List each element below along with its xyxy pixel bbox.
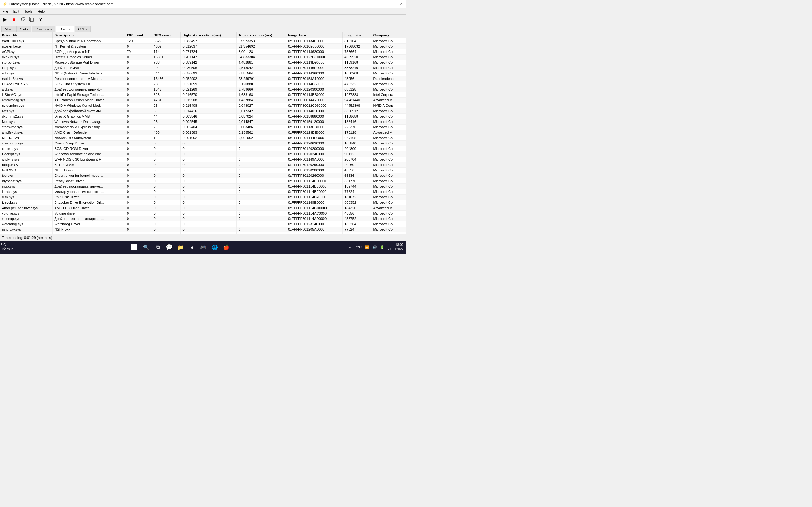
stop-button[interactable]: ■ bbox=[10, 15, 18, 23]
table-cell: wfplwfs.sys bbox=[0, 157, 52, 162]
search-taskbar-button[interactable]: 🔍 bbox=[142, 243, 151, 251]
table-row[interactable]: stornvme.sysMicrosoft NVM Express Storp.… bbox=[0, 124, 406, 130]
table-cell: Драйвер поставщика множе... bbox=[52, 184, 125, 189]
table-row[interactable]: cdrom.sysSCSI CD-ROM Driver00000xFFFFF80… bbox=[0, 146, 406, 152]
menu-help[interactable]: Help bbox=[36, 9, 46, 13]
table-row[interactable]: Beep.SYSBEEP Driver00000xFFFFF8012029000… bbox=[0, 162, 406, 168]
table-cell: nsiproxy.sys bbox=[0, 227, 52, 232]
table-row[interactable]: tbs.sysExport driver for kernel mode ...… bbox=[0, 173, 406, 178]
col-highest-exec[interactable]: Highest execution (ms) bbox=[181, 32, 236, 38]
table-row[interactable]: afd.sysДрайвер дополнительных фу...01543… bbox=[0, 87, 406, 92]
table-row[interactable]: volume.sysVolume driver00000xFFFFF801114… bbox=[0, 211, 406, 216]
table-cell: 12959 bbox=[125, 38, 152, 44]
col-isr-count[interactable]: ISR count bbox=[125, 32, 152, 38]
table-cell: 44 bbox=[152, 114, 181, 119]
window-title: LatencyMon (Home Edition ) v7.20 - https… bbox=[9, 2, 113, 6]
table-row[interactable]: crashdmp.sysCrash Dump Driver00000xFFFFF… bbox=[0, 141, 406, 146]
table-cell: 0xFFFFF801114BB0000 bbox=[286, 184, 343, 189]
table-row[interactable]: Null.SYSNULL Driver00000xFFFFF8012028000… bbox=[0, 168, 406, 173]
table-row[interactable]: watchdog.sysWatchdog Driver00000xFFFFF80… bbox=[0, 222, 406, 227]
table-row[interactable]: NETIO.SYSNetwork I/O Subsystem010,001052… bbox=[0, 135, 406, 141]
table-cell: 0 bbox=[152, 162, 181, 168]
tab-main[interactable]: Main bbox=[1, 26, 16, 32]
table-row[interactable]: filecrypt.sysWindows sandboxing and enc.… bbox=[0, 152, 406, 157]
table-row[interactable]: Ndu.sysWindows Network Data Usag...0250,… bbox=[0, 119, 406, 124]
minimize-button[interactable]: — bbox=[388, 2, 392, 6]
tab-drivers[interactable]: Drivers bbox=[56, 26, 74, 32]
table-cell: ACPI драйвер для NT bbox=[52, 49, 125, 55]
table-cell: Среда выполнения платфор... bbox=[52, 38, 125, 44]
copy-button[interactable] bbox=[28, 15, 36, 23]
table-row[interactable]: CLASSPNP.SYSSCSI Class System Dll0280,02… bbox=[0, 81, 406, 87]
finder-button[interactable]: 🍎 bbox=[222, 243, 231, 251]
menu-edit[interactable]: Edit bbox=[12, 9, 20, 13]
table-row[interactable]: ntoskrnl.exeNT Kernel & System046090,312… bbox=[0, 44, 406, 49]
table-row[interactable]: wfplwfs.sysWFP NDIS 6.30 Lightweight F..… bbox=[0, 157, 406, 162]
tab-cpus[interactable]: CPUs bbox=[74, 26, 91, 32]
col-dpc-count[interactable]: DPC count bbox=[152, 32, 181, 38]
col-description[interactable]: Description bbox=[52, 32, 125, 38]
table-row[interactable]: iaStorAC.sysIntel(R) Rapid Storage Techn… bbox=[0, 92, 406, 98]
table-cell: 0 bbox=[152, 194, 181, 200]
col-image-size[interactable]: Image size bbox=[343, 32, 371, 38]
table-cell: nvlddmkm.sys bbox=[0, 103, 52, 108]
table-row[interactable]: rdyboost.sysReadyBoost Driver00000xFFFFF… bbox=[0, 178, 406, 184]
table-row[interactable]: nsiproxy.sysNSI Proxy00000xFFFFF801205A0… bbox=[0, 227, 406, 232]
weather-condition: Облачно bbox=[1, 247, 14, 251]
table-row[interactable]: iorate.sysФильтр управления скорость...0… bbox=[0, 189, 406, 194]
table-cell: 0 bbox=[236, 194, 286, 200]
table-row[interactable]: rspLLL64.sysResplendence Latency Monit..… bbox=[0, 76, 406, 81]
table-cell: 0 bbox=[152, 157, 181, 162]
table-row[interactable]: volsnap.sysДрайвер теневого копирован...… bbox=[0, 216, 406, 222]
table-cell: 0 bbox=[125, 114, 152, 119]
table-row[interactable]: dxgmms2.sysDirectX Graphics MMS0440,0035… bbox=[0, 114, 406, 119]
table-cell: 0 bbox=[125, 119, 152, 124]
chrome-button[interactable]: 🌐 bbox=[210, 243, 219, 251]
table-row[interactable]: dxgkrnl.sysDirectX Graphics Kernel016881… bbox=[0, 55, 406, 60]
maximize-button[interactable]: □ bbox=[393, 2, 398, 6]
col-driver-file[interactable]: Driver file bbox=[0, 32, 52, 38]
table-cell: 0 bbox=[125, 60, 152, 65]
play-button[interactable]: ▶ bbox=[1, 15, 9, 23]
tab-processes[interactable]: Processes bbox=[32, 26, 55, 32]
col-total-exec[interactable]: Total execution (ms) bbox=[236, 32, 286, 38]
table-cell: 0 bbox=[125, 76, 152, 81]
task-view-button[interactable]: ⧉ bbox=[153, 243, 162, 251]
table-row[interactable]: Wdf01000.sysСреда выполнения платфор...1… bbox=[0, 38, 406, 44]
drivers-table-container[interactable]: Driver file Description ISR count DPC co… bbox=[0, 32, 406, 234]
table-cell: BEEP Driver bbox=[52, 162, 125, 168]
table-row[interactable]: fvevol.sysBitLocker Drive Encryption Dri… bbox=[0, 200, 406, 205]
tab-stats[interactable]: Stats bbox=[16, 26, 32, 32]
menu-tools[interactable]: Tools bbox=[23, 9, 34, 13]
table-cell: 0 bbox=[236, 189, 286, 194]
table-cell: 0,003546 bbox=[181, 114, 236, 119]
chat-button[interactable]: 💬 bbox=[165, 243, 173, 251]
system-tray[interactable]: ∧ bbox=[349, 245, 351, 249]
table-row[interactable]: nvlddmkm.sysNVIDIA Windows Kernel Mod...… bbox=[0, 103, 406, 108]
table-cell: 5622 bbox=[152, 38, 181, 44]
table-row[interactable]: amdkmdag.sysATI Radeon Kernel Mode Drive… bbox=[0, 98, 406, 103]
steam-button[interactable]: ♠ bbox=[188, 243, 196, 251]
table-row[interactable]: Ntfs.sysДрайвер файловой системы ...030,… bbox=[0, 108, 406, 114]
windows-start-button[interactable] bbox=[129, 242, 139, 252]
explorer-button[interactable]: 📁 bbox=[176, 243, 185, 251]
close-button[interactable]: ✕ bbox=[399, 2, 403, 6]
col-image-base[interactable]: Image base bbox=[286, 32, 343, 38]
language-indicator[interactable]: РУС bbox=[355, 245, 362, 249]
table-cell: 0 bbox=[152, 173, 181, 178]
discord-button[interactable]: 🎮 bbox=[199, 243, 208, 251]
table-cell: Intel Corpora bbox=[371, 92, 406, 98]
volume-icon[interactable]: 🔊 bbox=[372, 245, 377, 249]
table-row[interactable]: tcpip.sysДрайвер TCP/IP0490,0805060,5180… bbox=[0, 65, 406, 71]
help-button[interactable]: ? bbox=[37, 15, 44, 23]
table-row[interactable]: disk.sysPnP Disk Driver00000xFFFFF801114… bbox=[0, 194, 406, 200]
table-row[interactable]: ACPI.sysACPI драйвер для NT791140,271724… bbox=[0, 49, 406, 55]
table-row[interactable]: amdfeнdr.sysAMD Crash Defender04550,0013… bbox=[0, 130, 406, 135]
col-company[interactable]: Company bbox=[371, 32, 406, 38]
refresh-button[interactable] bbox=[19, 15, 27, 23]
table-row[interactable]: storport.sysMicrosoft Storage Port Drive… bbox=[0, 60, 406, 65]
table-row[interactable]: AmdLpcFilterDriver.sysAMD LPC Filter Dri… bbox=[0, 205, 406, 211]
menu-file[interactable]: File bbox=[1, 9, 9, 13]
table-row[interactable]: ndis.sysNDIS (Network Driver Interface..… bbox=[0, 71, 406, 76]
table-row[interactable]: mup.sysДрайвер поставщика множе...00000x… bbox=[0, 184, 406, 189]
